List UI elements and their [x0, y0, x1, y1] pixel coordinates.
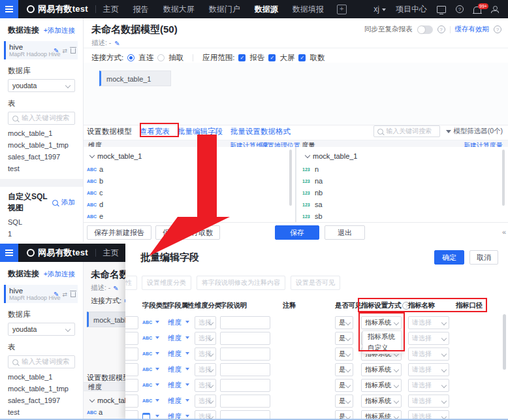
checkbox-fetch-checked[interactable]: ✓ — [298, 54, 306, 61]
field-type-dropdown-icon[interactable] — [155, 399, 159, 402]
add-tab-icon[interactable]: + — [337, 5, 347, 14]
nav-item[interactable]: 数据大屏 — [163, 4, 195, 15]
field-attr-dropdown-icon[interactable] — [185, 399, 189, 402]
nav-item[interactable]: 主页 — [103, 4, 119, 15]
database-select[interactable]: youdata — [8, 323, 75, 336]
dimension-scrollbar[interactable] — [289, 150, 292, 206]
add-sql-view-button[interactable]: 添加 — [61, 198, 75, 207]
scope-report-label[interactable]: 报告 — [249, 53, 264, 63]
metric-mode-select[interactable]: 指标系统 — [361, 395, 402, 408]
metric-name-select[interactable]: 请选择 — [408, 363, 449, 376]
text-type-icon[interactable]: ABC — [142, 398, 151, 403]
visible-select[interactable]: 是 — [335, 347, 353, 361]
field-desc-input[interactable] — [220, 379, 270, 392]
hamburger-menu-icon[interactable] — [0, 0, 18, 18]
tab-batch-set-format[interactable]: 批量设置数据格式 — [230, 127, 291, 137]
connection-item-hive[interactable]: hive MapR Hadoop Hive ✎ ⇄ — [4, 285, 78, 303]
set-dim-category-button-disabled[interactable]: 设置维度分类 — [142, 276, 191, 290]
nav-item[interactable]: 数据门户 — [209, 4, 240, 15]
dim-category-select[interactable]: 选择 — [195, 363, 216, 376]
save-button[interactable]: 保存 — [275, 225, 319, 240]
field-type-dropdown-icon[interactable] — [155, 321, 159, 323]
field-item[interactable]: 123nb — [302, 189, 323, 197]
set-field-attr-button-disabled[interactable]: 设置字段属性 — [125, 276, 137, 290]
nav-item[interactable]: 数据源 — [255, 4, 278, 15]
field-item[interactable]: ABCb — [87, 177, 103, 185]
metric-name-select[interactable]: 请选择 — [408, 379, 449, 392]
visible-select[interactable]: 是 — [335, 410, 353, 420]
info-icon[interactable]: ? — [494, 25, 501, 33]
visible-select[interactable]: 是 — [335, 379, 353, 392]
dim-category-select[interactable]: 选择 — [195, 332, 216, 345]
field-attr-dropdown[interactable]: 维度 — [168, 365, 182, 374]
field-attr-dropdown[interactable]: 维度 — [168, 412, 182, 420]
metric-mode-select[interactable]: 指标系统 — [361, 316, 402, 329]
collapse-panel-icon[interactable]: « — [502, 228, 506, 236]
dim-category-select[interactable]: 选择 — [195, 347, 216, 361]
text-type-icon[interactable]: ABC — [142, 383, 151, 387]
field-attr-dropdown[interactable]: 维度 — [168, 396, 182, 406]
list-item[interactable]: 2 — [8, 240, 75, 242]
hamburger-menu-icon[interactable] — [0, 244, 18, 262]
field-type-dropdown-icon[interactable] — [155, 383, 159, 386]
switch-icon[interactable]: ⇄ — [62, 48, 67, 54]
field-name-input[interactable] — [125, 363, 138, 376]
visible-select[interactable]: 是 — [335, 395, 353, 408]
list-item[interactable]: sales_fact_1997 — [8, 395, 75, 406]
field-attr-dropdown-icon[interactable] — [185, 368, 189, 370]
add-connection-button[interactable]: +添加连接 — [44, 26, 75, 35]
add-connection-button[interactable]: +添加连接 — [44, 270, 75, 279]
table-search-input[interactable]: 输入关键词搜索 — [8, 112, 75, 125]
dropdown-option-custom[interactable]: 自定义 — [363, 342, 401, 353]
list-item[interactable]: sales_fact_1997 — [8, 151, 75, 163]
field-name-input[interactable] — [125, 332, 138, 345]
table-node-mock-table-1[interactable]: mock_table_1 — [99, 71, 171, 86]
visible-select[interactable]: 是 — [335, 363, 353, 376]
model-search-input[interactable]: 输入关键词搜索 — [373, 125, 440, 137]
field-item[interactable]: ABCa — [87, 165, 103, 173]
list-item[interactable]: mock_table_1_tmp — [8, 139, 75, 151]
trash-icon[interactable] — [71, 292, 76, 297]
list-item[interactable]: SQL — [8, 216, 75, 228]
field-name-input[interactable] — [125, 379, 138, 392]
dim-category-select[interactable]: 选择 — [195, 379, 216, 392]
tab-set-data-model[interactable]: 设置数据模型 — [87, 127, 132, 137]
text-type-icon[interactable]: ABC — [142, 320, 151, 325]
bell-icon[interactable]: 99+ — [473, 7, 481, 13]
list-item[interactable]: mock_table_1_tmp — [8, 383, 75, 395]
field-name-input[interactable] — [125, 395, 138, 408]
field-attr-dropdown-icon[interactable] — [185, 415, 189, 417]
nav-item[interactable]: 主页 — [103, 248, 119, 259]
list-item[interactable]: 1 — [8, 228, 75, 240]
measure-scrollbar[interactable] — [502, 150, 505, 206]
field-attr-dropdown-icon[interactable] — [185, 336, 189, 339]
desc-to-remark-button-disabled[interactable]: 将字段说明修改为注释内容 — [197, 276, 285, 290]
help-icon[interactable]: ? — [456, 5, 464, 13]
list-item[interactable]: mock_table_1 — [8, 127, 75, 139]
search-icon[interactable] — [52, 200, 58, 206]
field-desc-input[interactable] — [220, 363, 270, 376]
dim-category-select[interactable]: 选择 — [195, 410, 216, 420]
field-attr-dropdown-icon[interactable] — [185, 321, 189, 323]
field-item[interactable]: 123sb — [302, 212, 323, 220]
list-item[interactable]: test — [8, 406, 75, 418]
list-item[interactable]: mock_table_1 — [8, 371, 75, 383]
project-center-link[interactable]: 项目中心 — [396, 4, 427, 15]
cancel-button[interactable]: 取消 — [469, 250, 498, 265]
visible-select[interactable]: 是 — [335, 332, 353, 345]
edit-icon[interactable]: ✎ — [54, 47, 59, 54]
field-attr-dropdown[interactable]: 维度 — [168, 381, 182, 390]
field-group[interactable]: mock_table_1 — [90, 152, 142, 160]
metric-mode-select[interactable]: 指标系统 — [361, 363, 402, 376]
extract-option-label[interactable]: 抽取 — [168, 53, 183, 63]
calendar-type-icon[interactable] — [142, 413, 150, 420]
field-item[interactable]: ABCe — [87, 212, 103, 220]
exit-button[interactable]: 退出 — [325, 225, 365, 240]
list-item[interactable]: test — [8, 163, 75, 174]
switch-icon[interactable]: ⇄ — [62, 291, 67, 298]
edit-description-icon[interactable]: ✎ — [114, 40, 119, 47]
tab-batch-edit-fields[interactable]: 批量编辑字段 — [178, 127, 223, 137]
trash-icon[interactable] — [71, 48, 76, 54]
user-avatar-icon[interactable] — [491, 6, 499, 13]
field-item[interactable]: 123na — [302, 177, 323, 185]
